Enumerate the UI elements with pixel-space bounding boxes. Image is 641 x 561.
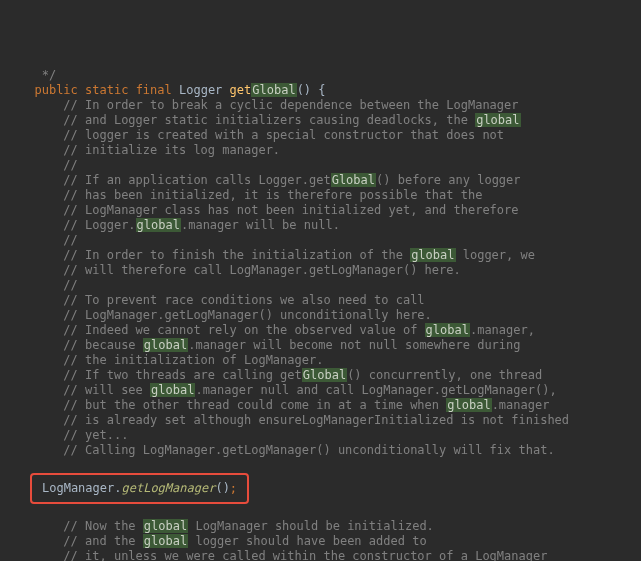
code-block: */ public static final Logger getGlobal(… [20, 68, 641, 561]
comment-line: // [20, 233, 78, 247]
comment-line: // initialize its log manager. [20, 143, 280, 157]
return-type: Logger [179, 83, 222, 97]
brace-open: { [311, 83, 325, 97]
comment-line: // has been initialized, it is therefore… [20, 188, 482, 202]
comment-line: // and the [20, 534, 143, 548]
highlight-global: global [475, 113, 520, 127]
comment-line: LogManager should be initialized. [188, 519, 434, 533]
comment-line: // Logger. [20, 218, 136, 232]
highlight-global: global [446, 398, 491, 412]
highlight-global: global [143, 534, 188, 548]
comment-line: // Now the [20, 519, 143, 533]
highlight-global: Global [251, 83, 296, 97]
comment-line: .manager [492, 398, 550, 412]
comment-line: // logger is created with a special cons… [20, 128, 504, 142]
keyword-final: final [136, 83, 172, 97]
comment-line: // Calling LogManager.getLogManager() un… [20, 443, 555, 457]
comment-line: // In order to finish the initialization… [20, 248, 410, 262]
block-comment-close: */ [20, 68, 56, 82]
semicolon: ; [230, 481, 237, 495]
comment-line: logger should have been added to [188, 534, 426, 548]
class-ref: LogManager. [42, 481, 121, 495]
highlight-global: global [136, 218, 181, 232]
comment-line: // If two threads are calling get [20, 368, 302, 382]
comment-line: .manager, [470, 323, 535, 337]
comment-line: // [20, 278, 78, 292]
parens: () [215, 481, 229, 495]
comment-line: // the initialization of LogManager. [20, 353, 323, 367]
comment-line: () concurrently, one thread [347, 368, 542, 382]
comment-line: // Indeed we cannot rely on the observed… [20, 323, 425, 337]
comment-line: logger, we [456, 248, 535, 262]
comment-line: .manager will become not null somewhere … [188, 338, 520, 352]
highlight-global: Global [331, 173, 376, 187]
keyword-public: public [34, 83, 77, 97]
method-call: getLogManager [121, 481, 215, 495]
comment-line: // will see [20, 383, 150, 397]
keyword-static: static [85, 83, 128, 97]
method-name: get [230, 83, 252, 97]
highlight-global: global [425, 323, 470, 337]
comment-line: // If an application calls Logger.get [20, 173, 331, 187]
parens: () [297, 83, 311, 97]
comment-line: .manager null and call LogManager.getLog… [195, 383, 556, 397]
comment-line: // but the other thread could come in at… [20, 398, 446, 412]
comment-line: // In order to break a cyclic dependence… [20, 98, 519, 112]
highlight-global: global [410, 248, 455, 262]
highlight-global: global [143, 519, 188, 533]
comment-line: // and Logger static initializers causin… [20, 113, 475, 127]
comment-line: // yet... [20, 428, 128, 442]
comment-line: // To prevent race conditions we also ne… [20, 293, 425, 307]
highlighted-statement-box: LogManager.getLogManager(); [30, 473, 249, 504]
comment-line: // will therefore call LogManager.getLog… [20, 263, 461, 277]
comment-line: // because [20, 338, 143, 352]
comment-line: // is already set although ensureLogMana… [20, 413, 569, 427]
comment-line: // it, unless we were called within the … [20, 549, 547, 561]
highlight-global: global [150, 383, 195, 397]
comment-line: .manager will be null. [181, 218, 340, 232]
comment-line: // LogManager class has not been initial… [20, 203, 519, 217]
comment-line: () before any logger [376, 173, 521, 187]
comment-line: // LogManager.getLogManager() unconditio… [20, 308, 432, 322]
highlight-global: Global [302, 368, 347, 382]
highlight-global: global [143, 338, 188, 352]
comment-line: // [20, 158, 78, 172]
